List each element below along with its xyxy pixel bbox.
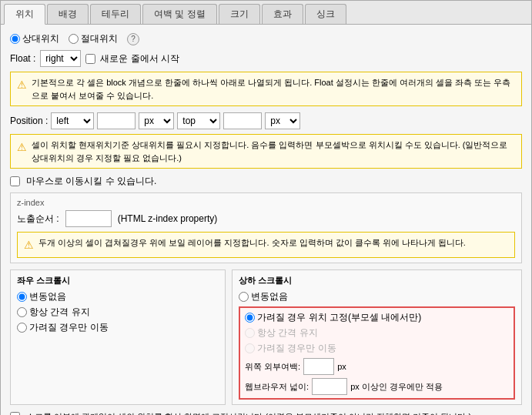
browser-width-unit: px 이상인 경우에만 적용 — [350, 381, 443, 393]
float-warning-icon: ⚠ — [17, 77, 27, 93]
position-warning-icon: ⚠ — [17, 139, 27, 156]
absolute-position-label[interactable]: 절대위치 — [69, 32, 118, 45]
scroll-vertical-option-1[interactable]: 가려질 경우 위치 고정(부모셀 내에서만) — [245, 311, 509, 324]
browser-width-label: 웹브라우저 넓이: — [245, 381, 309, 393]
position-v-value[interactable] — [223, 112, 262, 129]
mouse-move-label: 마우스로 이동시킬 수 있습니다. — [26, 175, 156, 188]
position-v-unit[interactable]: px % em — [265, 112, 300, 129]
browser-width-input[interactable]: 768 — [312, 378, 347, 395]
scroll-left-radio-2[interactable] — [17, 323, 27, 333]
position-warning-box: ⚠ 셀이 위치할 현재위치기준 상대위치를 필요시 지정합니다. 음수를 입력하… — [10, 134, 522, 169]
scroll-vertical-option-3: 가려질 경우만 이동 — [245, 342, 509, 355]
relative-position-label[interactable]: 상대위치 — [10, 32, 59, 45]
scroll-sections: 좌우 스크롤시 변동없음 항상 간격 유지 가려질 경우만 이동 — [10, 269, 522, 405]
scroll-vertical-highlight-group: 가려질 경우 위치 고정(부모셀 내에서만) 항상 간격 유지 가려질 경우만 … — [245, 311, 509, 355]
absolute-position-text: 절대위치 — [81, 32, 118, 45]
fixed-checkbox[interactable] — [10, 412, 20, 415]
relative-position-text: 상대위치 — [22, 32, 59, 45]
scroll-left-option-0[interactable]: 변동없음 — [17, 290, 219, 303]
zindex-warning-icon: ⚠ — [24, 237, 34, 253]
scroll-left-label-0: 변동없음 — [29, 290, 66, 303]
zindex-row: 노출순서 : 100 (HTML z-index property) — [17, 210, 515, 227]
scroll-vertical-box: 상하 스크롤시 변동없음 가려질 경우 위치 고정(부모셀 내에서만) — [232, 269, 522, 405]
tab-border[interactable]: 테두리 — [90, 4, 141, 24]
zindex-order-label: 노출순서 : — [17, 213, 59, 226]
float-label: Float : — [10, 53, 35, 64]
float-select[interactable]: right left none — [40, 50, 81, 67]
position-h-value[interactable] — [97, 112, 136, 129]
zindex-warning-text: 두개 이상의 셀이 겹쳐질경우 위에 보일 레이어를 지정합니다. 숫자로 입력… — [38, 236, 466, 249]
scroll-left-radio-0[interactable] — [17, 292, 27, 302]
position-type-group: 상대위치 절대위치 ? — [10, 32, 522, 45]
position-label: Position : — [10, 115, 48, 126]
scroll-vertical-label-2: 항상 간격 유지 — [257, 326, 318, 340]
position-warning-text: 셀이 위치할 현재위치기준 상대위치를 필요시 지정합니다. 음수를 입력하면 … — [32, 139, 515, 164]
position-h-unit[interactable]: px % em — [139, 112, 174, 129]
outer-margin-unit: px — [337, 362, 346, 371]
scroll-left-label-1: 항상 간격 유지 — [29, 306, 90, 319]
scroll-vertical-label-0: 변동없음 — [251, 290, 288, 303]
absolute-position-radio[interactable] — [69, 34, 79, 44]
tab-position[interactable]: 위치 — [4, 4, 45, 25]
scroll-vertical-nodiv-group: 변동없음 — [239, 290, 515, 303]
new-line-checkbox[interactable] — [85, 54, 95, 64]
bottom-section: 스크롤 여부에 관계없이 셀의 위치를 항상 화면에 고정시킵니다.(이경우 부… — [10, 411, 522, 415]
outer-margin-label: 위쪽 외부여백: — [245, 361, 300, 373]
relative-position-radio[interactable] — [10, 34, 20, 44]
scroll-vertical-radio-1[interactable] — [245, 313, 255, 323]
zindex-section: z-index 노출순서 : 100 (HTML z-index propert… — [10, 192, 522, 263]
main-container: 위치 배경 테두리 여백 및 정렬 크기 효과 싱크 상대위치 절대위치 ? F… — [0, 0, 532, 415]
tab-size[interactable]: 크기 — [219, 4, 260, 24]
tab-bar: 위치 배경 테두리 여백 및 정렬 크기 효과 싱크 — [1, 1, 531, 25]
mouse-move-row: 마우스로 이동시킬 수 있습니다. — [10, 175, 522, 188]
tab-margin[interactable]: 여백 및 정렬 — [142, 4, 217, 24]
position-h-select[interactable]: left center right — [51, 112, 94, 129]
content-area: 상대위치 절대위치 ? Float : right left none 새로운 … — [1, 25, 531, 415]
position-row: Position : left center right px % em top… — [10, 112, 522, 129]
position-v-select[interactable]: top middle bottom — [177, 112, 220, 129]
zindex-section-label: z-index — [17, 198, 515, 207]
outer-margin-row: 위쪽 외부여백: 0 px — [245, 358, 509, 375]
tab-background[interactable]: 배경 — [47, 4, 89, 24]
scroll-left-box: 좌우 스크롤시 변동없음 항상 간격 유지 가려질 경우만 이동 — [10, 269, 226, 405]
new-line-label: 새로운 줄에서 시작 — [100, 52, 179, 65]
float-warning-box: ⚠ 기본적으로 각 셀은 block 개념으로 한줄에 하나씩 아래로 나열되게… — [10, 72, 522, 106]
zindex-value-input[interactable]: 100 — [65, 210, 112, 227]
zindex-property-label: (HTML z-index property) — [118, 213, 218, 224]
scroll-vertical-option-2: 항상 간격 유지 — [245, 326, 509, 340]
scroll-vertical-radio-0[interactable] — [239, 292, 249, 302]
float-warning-text: 기본적으로 각 셀은 block 개념으로 한줄에 하나씩 아래로 나열되게 됩… — [32, 76, 515, 102]
tab-effect[interactable]: 효과 — [262, 4, 303, 24]
float-row: Float : right left none 새로운 줄에서 시작 — [10, 50, 522, 67]
zindex-warning-box: ⚠ 두개 이상의 셀이 겹쳐질경우 위에 보일 레이어를 지정합니다. 숫자로 … — [17, 232, 515, 258]
mouse-move-checkbox[interactable] — [10, 176, 20, 186]
scroll-vertical-label-3: 가려질 경우만 이동 — [257, 342, 336, 355]
scroll-left-label-2: 가려질 경우만 이동 — [29, 321, 109, 334]
scroll-left-option-1[interactable]: 항상 간격 유지 — [17, 306, 219, 319]
tab-sync[interactable]: 싱크 — [305, 4, 346, 24]
scroll-left-title: 좌우 스크롤시 — [17, 275, 219, 286]
scroll-vertical-radio-3 — [245, 343, 255, 353]
scroll-left-radio-group: 변동없음 항상 간격 유지 가려질 경우만 이동 — [17, 290, 219, 334]
scroll-vertical-title: 상하 스크롤시 — [239, 275, 515, 286]
scroll-vertical-label-1: 가려질 경우 위치 고정(부모셀 내에서만) — [257, 311, 421, 324]
scroll-vertical-highlight-box: 가려질 경우 위치 고정(부모셀 내에서만) 항상 간격 유지 가려질 경우만 … — [239, 306, 515, 400]
scroll-left-radio-1[interactable] — [17, 307, 27, 317]
outer-margin-input[interactable]: 0 — [303, 358, 334, 375]
fixed-row: 스크롤 여부에 관계없이 셀의 위치를 항상 화면에 고정시킵니다.(이경우 부… — [10, 411, 522, 415]
position-type-help-icon[interactable]: ? — [127, 33, 139, 45]
scroll-left-option-2[interactable]: 가려질 경우만 이동 — [17, 321, 219, 334]
scroll-vertical-option-0[interactable]: 변동없음 — [239, 290, 515, 303]
browser-width-row: 웹브라우저 넓이: 768 px 이상인 경우에만 적용 — [245, 378, 509, 395]
fixed-label: 스크롤 여부에 관계없이 셀의 위치를 항상 화면에 고정시킵니다.(이경우 부… — [26, 411, 471, 415]
scroll-vertical-radio-2 — [245, 328, 255, 338]
